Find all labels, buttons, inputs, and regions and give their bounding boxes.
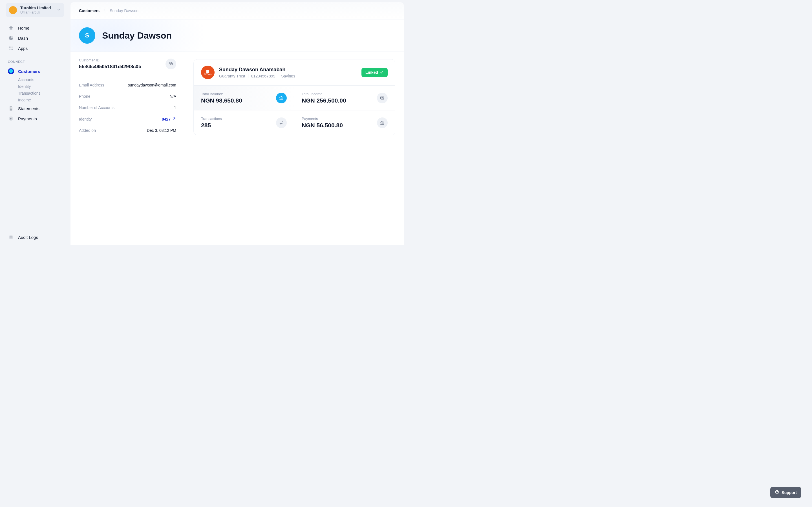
payments-icon [8, 115, 14, 122]
svg-point-8 [10, 236, 11, 237]
detail-phone: Phone N/A [79, 91, 176, 102]
nav-sub-identity[interactable]: Identity [18, 83, 68, 90]
detail-label: Number of Accounts [79, 105, 114, 110]
detail-label: Identity [79, 117, 92, 121]
linked-badge: Linked [361, 68, 388, 77]
account-panel: GTBank Sunday Dawson Anamabah Guaranty T… [185, 52, 404, 143]
detail-label: Email Address [79, 83, 104, 87]
nav-label: Apps [18, 46, 28, 51]
nav-apps[interactable]: Apps [8, 43, 68, 53]
detail-value: sundaydawson@gmail.com [128, 83, 176, 87]
stat-value: NGN 56,500.80 [302, 122, 343, 129]
nav-home[interactable]: Home [8, 23, 68, 33]
nav-sub-income[interactable]: Income [18, 97, 68, 103]
home-icon [8, 25, 14, 31]
stat-transactions[interactable]: Transactions 285 [194, 110, 294, 135]
sidebar: T Turobits Limited Umar Farouk Home Dash… [0, 0, 70, 245]
transfer-icon [276, 117, 287, 128]
nav-audit-logs[interactable]: Audit Logs [8, 232, 68, 242]
chevron-right-icon [103, 8, 106, 13]
nav-label: Customers [18, 69, 40, 74]
nav-label: Dash [18, 36, 28, 41]
detail-label: Added on [79, 128, 96, 133]
svg-point-13 [382, 97, 383, 98]
breadcrumb-current: Sunday Dawson [110, 8, 139, 13]
separator [248, 74, 248, 78]
nav-label: Audit Logs [18, 235, 38, 240]
stat-payments[interactable]: Payments NGN 56,500.80 [294, 110, 395, 135]
account-holder: Sunday Dawson Anamabah [219, 67, 295, 73]
stat-value: NGN 98,650.80 [201, 97, 242, 104]
stat-label: Total Income [302, 92, 346, 96]
account-number: 01234567899 [251, 74, 275, 78]
stat-value: NGN 256,500.00 [302, 97, 346, 104]
org-name: Turobits Limited [20, 6, 53, 10]
divider [6, 229, 65, 229]
svg-point-3 [11, 49, 13, 50]
nav-sub-transactions[interactable]: Transactions [18, 90, 68, 97]
breadcrumb-root[interactable]: Customers [79, 8, 100, 13]
customer-id-box: Customer ID 5fe84c495051841d429f8c0b [70, 52, 185, 77]
detail-num-accounts: Number of Accounts 1 [79, 102, 176, 113]
copy-icon [168, 61, 173, 66]
customer-id-label: Customer ID [79, 58, 141, 62]
detail-value: 1 [174, 105, 176, 110]
nav-sub-accounts[interactable]: Accounts [18, 76, 68, 83]
account-header: GTBank Sunday Dawson Anamabah Guaranty T… [194, 59, 395, 86]
chevron-down-icon [56, 7, 61, 13]
copy-button[interactable] [165, 59, 176, 69]
nav-statements[interactable]: Statements [8, 103, 68, 114]
stat-balance[interactable]: Total Balance NGN 98,650.80 [194, 86, 294, 110]
bank-outline-icon [377, 117, 388, 128]
org-avatar: T [9, 6, 17, 14]
stat-label: Transactions [201, 117, 222, 121]
account-card: GTBank Sunday Dawson Anamabah Guaranty T… [193, 59, 395, 135]
nav-customers-sublist: Accounts Identity Transactions Income [3, 76, 68, 103]
svg-rect-7 [9, 235, 13, 239]
pie-icon [8, 35, 14, 41]
page-title: Sunday Dawson [102, 31, 172, 41]
svg-rect-4 [10, 107, 12, 108]
svg-point-9 [11, 236, 12, 237]
customer-id-value: 5fe84c495051841d429f8c0b [79, 64, 141, 69]
customer-avatar: S [79, 27, 95, 44]
org-user: Umar Farouk [20, 10, 53, 14]
bank-logo: GTBank [201, 66, 214, 79]
customer-details-panel: Customer ID 5fe84c495051841d429f8c0b Ema… [70, 52, 185, 143]
nav-label: Payments [18, 116, 37, 121]
nav-customers[interactable]: Customers [8, 66, 68, 76]
svg-point-1 [11, 47, 13, 48]
nav-section-connect: CONNECT [3, 53, 68, 66]
external-link-icon [172, 117, 176, 121]
document-icon [8, 105, 14, 112]
org-switcher[interactable]: T Turobits Limited Umar Farouk [6, 3, 64, 17]
nav-payments[interactable]: Payments [8, 114, 68, 124]
breadcrumb: Customers Sunday Dawson [70, 2, 404, 19]
detail-added-on: Added on Dec 3, 08:12 PM [79, 125, 176, 136]
apps-icon [8, 45, 14, 51]
nav-primary: Home Dash Apps [3, 23, 68, 53]
svg-point-2 [9, 49, 11, 50]
nav-label: Statements [18, 106, 40, 111]
stat-label: Total Balance [201, 92, 242, 96]
stat-label: Payments [302, 117, 343, 121]
stat-income[interactable]: Total Income NGN 256,500.00 [294, 86, 395, 110]
detail-value: N/A [170, 94, 176, 99]
svg-rect-12 [380, 97, 384, 99]
nav-dash[interactable]: Dash [8, 33, 68, 43]
identity-link[interactable]: 8427 [162, 117, 176, 121]
detail-identity: Identity 8427 [79, 113, 176, 125]
detail-email: Email Address sundaydawson@gmail.com [79, 79, 176, 91]
nav-footer: Audit Logs [3, 232, 68, 242]
account-type: Savings [281, 74, 295, 78]
nav-connect: Customers [3, 66, 68, 76]
detail-label: Phone [79, 94, 90, 99]
stat-value: 285 [201, 122, 222, 129]
detail-rows: Email Address sundaydawson@gmail.com Pho… [70, 77, 185, 138]
nav-label: Home [18, 25, 29, 31]
page-header: S Sunday Dawson [70, 19, 404, 52]
cash-icon [377, 93, 388, 103]
bank-icon [276, 93, 287, 103]
identity-value: 8427 [162, 117, 170, 121]
linked-label: Linked [365, 70, 378, 75]
